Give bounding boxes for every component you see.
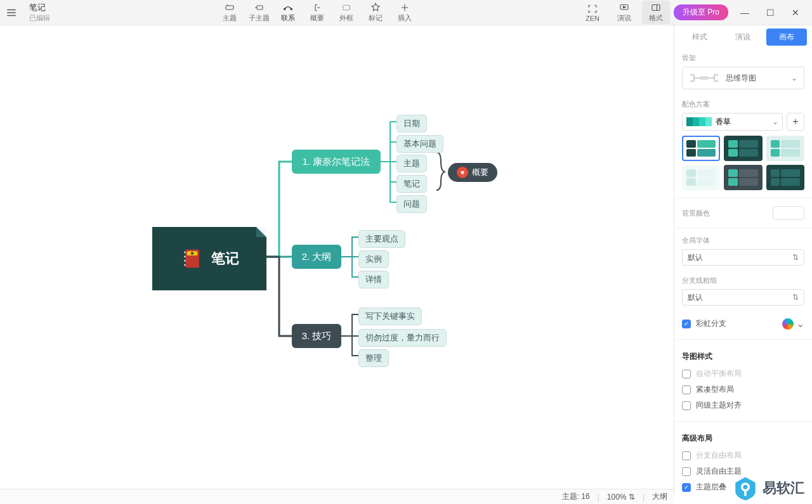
watermark: 易软汇	[732, 475, 804, 501]
branch-width-select[interactable]: 默认⇅	[682, 289, 804, 306]
add-colorscheme-button[interactable]: +	[787, 113, 804, 131]
theme-thumb-1[interactable]	[682, 136, 720, 161]
chevron-down-icon: ⌄	[791, 74, 797, 82]
branch-width-label: 分支线粗细	[682, 276, 804, 285]
leaf-b1-2[interactable]: 主题	[396, 155, 427, 172]
skeleton-preview-icon	[689, 71, 719, 85]
zen-button[interactable]: ZEN	[579, 2, 606, 23]
leaf-b2-1[interactable]: 实例	[358, 250, 389, 268]
branch-1[interactable]: 1. 康奈尔笔记法	[292, 150, 381, 174]
overlap-checkbox[interactable]: ✓	[682, 483, 691, 492]
free-branch-checkbox	[682, 451, 691, 460]
theme-thumb-4[interactable]	[682, 165, 720, 190]
tab-canvas[interactable]: 画布	[766, 29, 807, 46]
present-button[interactable]: 演说	[610, 1, 638, 24]
outline-toggle[interactable]: 大纲	[652, 491, 667, 502]
free-topic-checkbox[interactable]	[682, 467, 691, 476]
rainbow-label: 彩虹分支	[696, 318, 726, 329]
font-label: 全局字体	[682, 236, 804, 245]
leaf-b1-1[interactable]: 基本问题	[396, 135, 443, 153]
leaf-b1-3[interactable]: 笔记	[396, 175, 427, 193]
chevron-updown-icon: ⇅	[792, 253, 799, 262]
rainbow-icon	[782, 318, 794, 330]
rainbow-checkbox[interactable]: ✓	[682, 320, 691, 328]
root-label: 笔记	[211, 249, 239, 268]
theme-thumb-2[interactable]	[724, 136, 762, 161]
status-bar: 主题: 16 | 100% ⇅ | 大纲	[0, 489, 674, 504]
boundary-button[interactable]: 外框	[332, 1, 360, 24]
format-panel: 样式 演说 画布 骨架 思维导图 ⌄ 配色方案 香草	[674, 25, 812, 494]
svg-rect-4	[343, 5, 350, 10]
close-button[interactable]: ✕	[783, 0, 808, 25]
svg-rect-14	[700, 76, 708, 80]
skeleton-label: 骨架	[682, 53, 804, 63]
notebook-icon	[180, 246, 205, 271]
maximize-button[interactable]: ☐	[757, 0, 783, 25]
tab-style[interactable]: 样式	[679, 29, 720, 46]
zoom-level[interactable]: 100% ⇅	[607, 493, 635, 501]
leaf-b1-0[interactable]: 日期	[396, 115, 427, 132]
svg-rect-1	[257, 6, 263, 10]
subtheme-button[interactable]: 子主题	[245, 1, 273, 24]
leaf-b3-1[interactable]: 切勿过度，量力而行	[358, 329, 447, 347]
watermark-icon	[732, 475, 759, 501]
canvas[interactable]: 笔记 1. 康奈尔笔记法 日期 基本问题 主题 笔记 问题 ♥ 概要 2. 大纲…	[0, 25, 674, 494]
font-select[interactable]: 默认⇅	[682, 249, 804, 266]
svg-point-10	[184, 252, 186, 254]
topics-count: 主题: 16	[562, 491, 590, 502]
svg-point-13	[184, 264, 186, 266]
skeleton-select[interactable]: 思维导图 ⌄	[682, 67, 804, 89]
heart-icon: ♥	[457, 167, 468, 178]
tab-present[interactable]: 演说	[723, 29, 763, 46]
svg-rect-6	[652, 5, 660, 11]
theme-thumb-3[interactable]	[766, 136, 804, 161]
leaf-b2-0[interactable]: 主要观点	[358, 230, 405, 248]
chevron-down-icon: ⌄	[772, 117, 778, 126]
upgrade-button[interactable]: 升级至 Pro	[674, 4, 728, 20]
svg-point-11	[184, 255, 186, 257]
theme-button[interactable]: 主题	[216, 1, 244, 24]
leaf-b3-0[interactable]: 写下关键事实	[358, 307, 422, 325]
format-button[interactable]: 格式	[642, 1, 670, 24]
summary-node[interactable]: ♥ 概要	[448, 163, 497, 182]
svg-point-9	[191, 252, 193, 255]
hamburger-menu[interactable]	[0, 0, 23, 25]
colorscheme-select[interactable]: 香草 ⌄	[682, 113, 783, 131]
chevron-updown-icon: ⇅	[792, 293, 799, 302]
relation-button[interactable]: 联系	[274, 1, 302, 24]
bg-label: 背景颜色	[682, 209, 710, 218]
compact-checkbox[interactable]	[682, 385, 691, 394]
svg-point-17	[743, 485, 748, 489]
summary-button[interactable]: 概要	[303, 1, 331, 24]
svg-rect-16	[744, 491, 747, 496]
align-siblings-checkbox[interactable]	[682, 401, 691, 410]
theme-thumb-5[interactable]	[724, 165, 762, 190]
branch-2[interactable]: 2. 大纲	[292, 245, 341, 269]
leaf-b1-4[interactable]: 问题	[396, 195, 427, 213]
leaf-b3-2[interactable]: 整理	[358, 349, 389, 367]
svg-rect-0	[226, 6, 233, 10]
root-node[interactable]: 笔记	[152, 227, 266, 290]
advanced-heading: 高级布局	[682, 433, 804, 444]
minimize-button[interactable]: —	[732, 0, 757, 25]
chevron-down-icon[interactable]: ⌄	[796, 318, 804, 330]
svg-point-12	[184, 260, 186, 262]
marker-button[interactable]: 标记	[362, 1, 390, 24]
nav-style-heading: 导图样式	[682, 351, 804, 362]
doc-title: 笔记	[29, 2, 50, 13]
doc-subtitle: 已编辑	[29, 13, 50, 23]
branch-3[interactable]: 3. 技巧	[292, 324, 341, 348]
document-title-area: 笔记 已编辑	[23, 1, 56, 24]
theme-thumb-6[interactable]	[766, 165, 804, 190]
auto-balance-checkbox	[682, 370, 691, 378]
svg-point-3	[291, 8, 292, 10]
color-swatches	[686, 117, 712, 126]
page-fold-icon	[256, 227, 266, 237]
svg-point-2	[284, 8, 285, 10]
bg-color-swatch[interactable]	[773, 206, 804, 220]
leaf-b2-2[interactable]: 详情	[358, 271, 389, 288]
colorscheme-label: 配色方案	[682, 100, 804, 109]
insert-button[interactable]: 插入	[391, 1, 419, 24]
